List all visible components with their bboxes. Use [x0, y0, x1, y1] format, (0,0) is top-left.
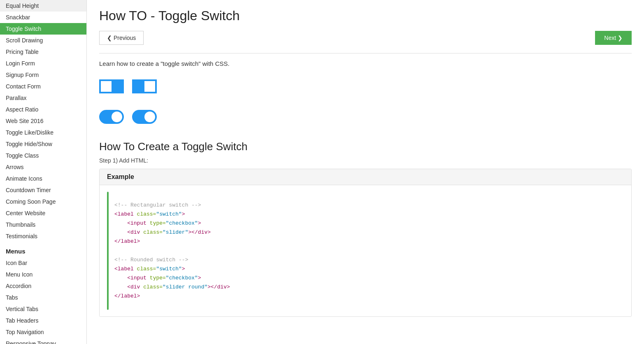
toggle-rect-off[interactable] [99, 79, 124, 93]
code-block: <!-- Rectangular switch --> <label class… [114, 192, 230, 310]
example-header: Example [100, 169, 631, 185]
code-tag-7: <div class="slider round"></div> [127, 284, 230, 290]
sidebar-item-signup-form[interactable]: Signup Form [0, 69, 86, 81]
toggle-round-on2-knob [144, 112, 155, 122]
step-label: Step 1) Add HTML: [99, 157, 632, 164]
sidebar-item-countdown-timer[interactable]: Countdown Timer [0, 184, 86, 196]
sidebar-menu-item-menu-icon[interactable]: Menu Icon [0, 269, 86, 280]
menus-section-header: Menus [0, 242, 86, 257]
sidebar-item-toggle-hide/show[interactable]: Toggle Hide/Show [0, 138, 86, 150]
toggle-round-demo-area [99, 106, 632, 128]
sidebar-item-scroll-drawing[interactable]: Scroll Drawing [0, 35, 86, 46]
sidebar-item-pricing-table[interactable]: Pricing Table [0, 46, 86, 58]
sidebar-menu-item-top-navigation[interactable]: Top Navigation [0, 326, 86, 338]
sidebar-item-arrows[interactable]: Arrows [0, 161, 86, 173]
sidebar-item-testimonials[interactable]: Testimonials [0, 230, 86, 242]
sidebar-item-toggle-like/dislike[interactable]: Toggle Like/Dislike [0, 127, 86, 138]
sidebar-item-snackbar[interactable]: Snackbar [0, 12, 86, 23]
toggle-round-on-knob [112, 112, 122, 122]
sidebar-menu-item-vertical-tabs[interactable]: Vertical Tabs [0, 303, 86, 315]
sidebar-items-list: Equal HeightSnackbarToggle SwitchScroll … [0, 0, 86, 242]
main-content: How TO - Toggle Switch ❮ Previous Next ❯… [87, 0, 644, 344]
sidebar-menu-item-accordion[interactable]: Accordion [0, 280, 86, 292]
code-tag-2: <input type="checkbox"> [127, 220, 201, 226]
sidebar-item-login-form[interactable]: Login Form [0, 58, 86, 69]
sidebar-item-contact-form[interactable]: Contact Form [0, 81, 86, 92]
sidebar-menu-item-icon-bar[interactable]: Icon Bar [0, 257, 86, 269]
sidebar-menu-item-tabs[interactable]: Tabs [0, 292, 86, 303]
toggle-round-on[interactable] [99, 110, 124, 124]
page-title: How TO - Toggle Switch [99, 8, 632, 23]
toggle-rect-on[interactable] [132, 79, 157, 93]
sidebar-item-parallax[interactable]: Parallax [0, 92, 86, 104]
toggle-rect-off-knob [101, 81, 112, 92]
code-tag-4: </label> [114, 238, 140, 244]
toggle-demo-area [99, 75, 632, 98]
code-tag-5: <label class="switch"> [114, 266, 185, 272]
sidebar-item-aspect-ratio[interactable]: Aspect Ratio [0, 104, 86, 115]
sidebar: Equal HeightSnackbarToggle SwitchScroll … [0, 0, 87, 344]
example-box: Example <!-- Rectangular switch --> <lab… [99, 169, 632, 317]
example-body: <!-- Rectangular switch --> <label class… [100, 185, 631, 316]
sidebar-item-toggle-class[interactable]: Toggle Class [0, 150, 86, 161]
sidebar-item-thumbnails[interactable]: Thumbnails [0, 219, 86, 230]
toggle-round-on2[interactable] [132, 110, 157, 124]
sidebar-item-center-website[interactable]: Center Website [0, 207, 86, 219]
sidebar-item-animate-icons[interactable]: Animate Icons [0, 173, 86, 184]
divider-1 [99, 53, 632, 53]
sidebar-item-web-site-2016[interactable]: Web Site 2016 [0, 115, 86, 127]
section-title: How To Create a Toggle Switch [99, 140, 632, 153]
sidebar-item-equal-height[interactable]: Equal Height [0, 0, 86, 12]
code-tag-6: <input type="checkbox"> [127, 275, 201, 281]
code-border [107, 192, 109, 310]
code-comment-1: <!-- Rectangular switch --> [114, 202, 201, 208]
sidebar-menu-items-list: Icon BarMenu IconAccordionTabsVertical T… [0, 257, 86, 344]
sidebar-item-toggle-switch[interactable]: Toggle Switch [0, 23, 86, 35]
toggle-rect-on-knob [144, 81, 155, 92]
sidebar-menu-item-responsive-topnav[interactable]: Responsive Topnav [0, 338, 86, 344]
nav-buttons: ❮ Previous Next ❯ [99, 31, 632, 45]
code-tag-3: <div class="slider"></div> [127, 229, 211, 235]
code-tag-1: <label class="switch"> [114, 211, 185, 217]
subtitle: Learn how to create a "toggle switch" wi… [99, 60, 632, 67]
next-button[interactable]: Next ❯ [595, 31, 632, 45]
code-tag-8: </label> [114, 293, 140, 299]
prev-button[interactable]: ❮ Previous [99, 31, 144, 45]
sidebar-item-coming-soon-page[interactable]: Coming Soon Page [0, 196, 86, 207]
code-comment-2: <!-- Rounded switch --> [114, 257, 188, 263]
sidebar-menu-item-tab-headers[interactable]: Tab Headers [0, 315, 86, 326]
